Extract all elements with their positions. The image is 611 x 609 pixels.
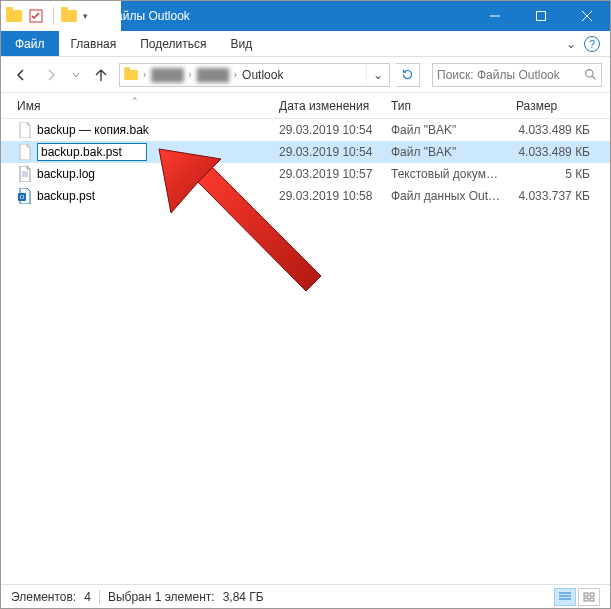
svg-rect-2 — [537, 12, 546, 21]
breadcrumb-current[interactable]: Outlook — [238, 68, 287, 82]
refresh-button[interactable] — [396, 63, 420, 87]
file-type-label: Файл "BAK" — [391, 123, 516, 137]
search-placeholder: Поиск: Файлы Outlook — [437, 68, 580, 82]
rename-input[interactable] — [37, 143, 147, 161]
tab-home[interactable]: Главная — [59, 31, 129, 56]
help-button[interactable]: ? — [584, 36, 600, 52]
status-divider — [99, 590, 100, 604]
svg-rect-15 — [584, 593, 588, 596]
window-title: Файлы Outlook — [101, 9, 472, 23]
file-size-label: 4.033.737 КБ — [516, 189, 596, 203]
file-date-label: 29.03.2019 10:57 — [279, 167, 391, 181]
tab-view[interactable]: Вид — [218, 31, 264, 56]
app-folder-icon — [5, 7, 23, 25]
nav-recent-dropdown[interactable] — [69, 63, 83, 87]
qat-dropdown-icon[interactable]: ▾ — [80, 11, 91, 21]
qat-properties-icon[interactable] — [25, 5, 47, 27]
nav-back-button[interactable] — [9, 63, 33, 87]
close-button[interactable] — [564, 1, 610, 31]
status-count-value: 4 — [84, 590, 91, 604]
address-dropdown-icon[interactable]: ⌄ — [366, 64, 389, 86]
status-count-label: Элементов: — [11, 590, 76, 604]
breadcrumb-hidden-2[interactable]: ████ — [193, 68, 233, 82]
file-size-label: 4.033.489 КБ — [516, 145, 596, 159]
file-type-label: Текстовый докум… — [391, 167, 516, 181]
file-name-label: backup — копия.bak — [37, 123, 149, 137]
file-row[interactable]: backup.log29.03.2019 10:57Текстовый доку… — [1, 163, 610, 185]
file-size-label: 4.033.489 КБ — [516, 123, 596, 137]
file-type-label: Файл данных Out… — [391, 189, 516, 203]
sort-indicator-icon: ⌃ — [131, 96, 139, 106]
blank-file-icon — [17, 122, 33, 138]
tab-file[interactable]: Файл — [1, 31, 59, 56]
file-name-label: backup.log — [37, 167, 95, 181]
file-row[interactable]: backup — копия.bak29.03.2019 10:54Файл "… — [1, 119, 610, 141]
nav-forward-button[interactable] — [39, 63, 63, 87]
search-icon — [584, 68, 597, 81]
file-row[interactable]: 29.03.2019 10:54Файл "BAK"4.033.489 КБ — [1, 141, 610, 163]
column-header-date[interactable]: Дата изменения — [279, 99, 391, 113]
address-bar[interactable]: › ████ › ████ › Outlook ⌄ — [119, 63, 390, 87]
text-file-icon — [17, 166, 33, 182]
minimize-button[interactable] — [472, 1, 518, 31]
file-size-label: 5 КБ — [516, 167, 596, 181]
column-header-name[interactable]: Имя ⌃ — [17, 99, 279, 113]
file-date-label: 29.03.2019 10:54 — [279, 123, 391, 137]
ribbon-expand-icon[interactable]: ⌄ — [566, 37, 576, 51]
svg-rect-18 — [590, 598, 594, 601]
column-header-name-label: Имя — [17, 99, 40, 113]
view-details-button[interactable] — [554, 588, 576, 606]
column-header-type[interactable]: Тип — [391, 99, 516, 113]
maximize-button[interactable] — [518, 1, 564, 31]
svg-point-5 — [586, 70, 593, 77]
file-row[interactable]: Obackup.pst29.03.2019 10:58Файл данных O… — [1, 185, 610, 207]
pst-file-icon: O — [17, 188, 33, 204]
blank-file-icon — [17, 144, 33, 160]
qat-folder-icon[interactable] — [60, 7, 78, 25]
status-selected-label: Выбран 1 элемент: — [108, 590, 215, 604]
svg-rect-16 — [590, 593, 594, 596]
tab-share[interactable]: Поделиться — [128, 31, 218, 56]
file-type-label: Файл "BAK" — [391, 145, 516, 159]
breadcrumb-hidden-1[interactable]: ████ — [147, 68, 187, 82]
nav-up-button[interactable] — [89, 63, 113, 87]
status-selected-size: 3,84 ГБ — [223, 590, 264, 604]
file-date-label: 29.03.2019 10:54 — [279, 145, 391, 159]
address-folder-icon — [120, 69, 142, 81]
qat-separator — [53, 7, 54, 25]
column-header-size[interactable]: Размер — [516, 99, 596, 113]
file-date-label: 29.03.2019 10:58 — [279, 189, 391, 203]
view-large-icons-button[interactable] — [578, 588, 600, 606]
svg-text:O: O — [20, 194, 25, 200]
file-name-label: backup.pst — [37, 189, 95, 203]
svg-rect-17 — [584, 598, 588, 601]
svg-line-6 — [592, 76, 595, 79]
search-box[interactable]: Поиск: Файлы Outlook — [432, 63, 602, 87]
